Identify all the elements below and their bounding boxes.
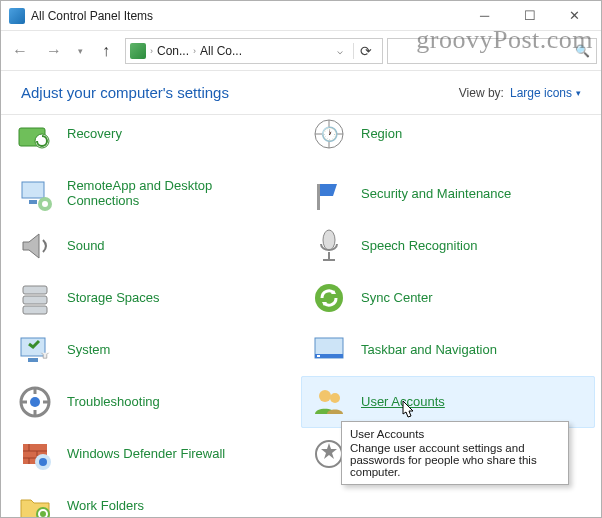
maximize-button[interactable]: ☐ xyxy=(507,2,552,30)
refresh-button[interactable]: ⟳ xyxy=(353,43,378,59)
svg-rect-18 xyxy=(317,355,320,357)
cp-label: Work Folders xyxy=(67,499,144,514)
system-icon xyxy=(15,330,55,370)
cp-item-storage[interactable]: Storage Spaces xyxy=(7,272,301,324)
firewall-icon xyxy=(15,434,55,474)
sound-icon xyxy=(15,226,55,266)
useraccounts-icon xyxy=(309,382,349,422)
svg-rect-12 xyxy=(23,306,47,314)
cp-item-security[interactable]: Security and Maintenance xyxy=(301,168,595,220)
cp-item-taskbar[interactable]: Taskbar and Navigation xyxy=(301,324,595,376)
address-dropdown[interactable]: ⌵ xyxy=(331,45,349,56)
cp-item-firewall[interactable]: Windows Defender Firewall xyxy=(7,428,301,480)
minimize-button[interactable]: ─ xyxy=(462,2,507,30)
workfolders-icon xyxy=(15,486,55,517)
svg-point-25 xyxy=(39,458,47,466)
cp-item-system[interactable]: System xyxy=(7,324,301,376)
cp-label: Sync Center xyxy=(361,291,433,306)
cp-item-speech[interactable]: Speech Recognition xyxy=(301,220,595,272)
nav-bar: ← → ▾ ↑ ›Con... ›All Co... ⌵ ⟳ 🔍 xyxy=(1,31,601,71)
location-icon xyxy=(130,43,146,59)
search-input[interactable]: 🔍 xyxy=(387,38,597,64)
up-button[interactable]: ↑ xyxy=(91,36,121,66)
storage-icon xyxy=(15,278,55,318)
svg-point-22 xyxy=(330,393,340,403)
cp-label: Windows Defender Firewall xyxy=(67,447,225,462)
cp-label: Sound xyxy=(67,239,105,254)
address-bar[interactable]: ›Con... ›All Co... ⌵ ⟳ xyxy=(125,38,383,64)
tooltip-title: User Accounts xyxy=(350,428,560,440)
svg-point-21 xyxy=(319,390,331,402)
cp-item-recovery[interactable]: Recovery xyxy=(7,116,301,168)
cp-label: Troubleshooting xyxy=(67,395,160,410)
svg-rect-10 xyxy=(23,286,47,294)
speech-icon xyxy=(309,226,349,266)
sync-icon xyxy=(309,278,349,318)
cp-label: Taskbar and Navigation xyxy=(361,343,497,358)
cp-label: User Accounts xyxy=(361,395,445,410)
cp-item-region[interactable]: 🕐 Region xyxy=(301,116,595,168)
svg-point-9 xyxy=(323,230,335,250)
svg-rect-11 xyxy=(23,296,47,304)
cp-label: Speech Recognition xyxy=(361,239,477,254)
taskbar-icon xyxy=(309,330,349,370)
recovery-icon xyxy=(15,116,55,154)
cp-label: RemoteApp and Desktop Connections xyxy=(67,179,247,209)
cp-label: Storage Spaces xyxy=(67,291,160,306)
chevron-down-icon: ▾ xyxy=(576,88,581,98)
viewby-label: View by: xyxy=(459,86,504,100)
svg-point-7 xyxy=(42,201,48,207)
cp-label: Recovery xyxy=(67,127,122,142)
viewby-selector[interactable]: Large icons▾ xyxy=(510,86,581,100)
cp-item-workfolders[interactable]: Work Folders xyxy=(7,480,301,517)
tooltip-body: Change user account settings and passwor… xyxy=(350,442,537,478)
breadcrumb-seg-1[interactable]: ›Con... xyxy=(150,44,189,58)
control-panel-icon xyxy=(9,8,25,24)
svg-rect-5 xyxy=(29,200,37,204)
page-heading: Adjust your computer's settings xyxy=(21,84,229,101)
svg-rect-8 xyxy=(317,184,320,210)
search-icon: 🔍 xyxy=(575,44,590,58)
region-icon: 🕐 xyxy=(309,116,349,154)
cp-item-troubleshoot[interactable]: Troubleshooting xyxy=(7,376,301,428)
titlebar: All Control Panel Items ─ ☐ ✕ xyxy=(1,1,601,31)
troubleshoot-icon xyxy=(15,382,55,422)
cp-item-sound[interactable]: Sound xyxy=(7,220,301,272)
svg-rect-15 xyxy=(28,358,38,362)
cp-item-remoteapp[interactable]: RemoteApp and Desktop Connections xyxy=(7,168,301,220)
svg-point-20 xyxy=(30,397,40,407)
close-button[interactable]: ✕ xyxy=(552,2,597,30)
back-button[interactable]: ← xyxy=(5,36,35,66)
cp-label: Region xyxy=(361,127,402,142)
cp-label: Security and Maintenance xyxy=(361,187,511,202)
cp-item-sync[interactable]: Sync Center xyxy=(301,272,595,324)
breadcrumb-seg-2[interactable]: ›All Co... xyxy=(193,44,242,58)
remoteapp-icon xyxy=(15,174,55,214)
svg-text:🕐: 🕐 xyxy=(321,126,339,143)
tooltip: User Accounts Change user account settin… xyxy=(341,421,569,485)
svg-rect-4 xyxy=(22,182,44,198)
cp-label: System xyxy=(67,343,110,358)
window-title: All Control Panel Items xyxy=(31,9,462,23)
toolbar: Adjust your computer's settings View by:… xyxy=(1,71,601,115)
security-icon xyxy=(309,174,349,214)
history-dropdown[interactable]: ▾ xyxy=(73,46,87,56)
svg-point-13 xyxy=(315,284,343,312)
forward-button: → xyxy=(39,36,69,66)
